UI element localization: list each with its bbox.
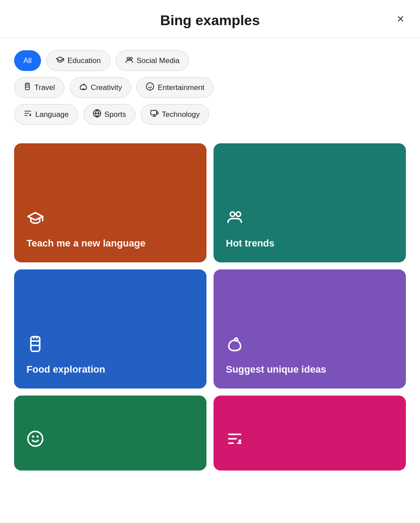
filter-chip-education[interactable]: Education	[46, 50, 110, 71]
card-suggest-ideas-icon	[226, 335, 394, 355]
filter-chip-language[interactable]: Language	[14, 104, 78, 125]
technology-icon	[150, 109, 159, 120]
language-icon	[23, 109, 32, 120]
modal-header: Bing examples ×	[0, 0, 420, 38]
filter-label-social-media: Social Media	[137, 56, 180, 65]
modal-title: Bing examples	[160, 12, 260, 29]
card-teach-language-icon	[26, 209, 194, 229]
svg-rect-9	[157, 112, 158, 114]
filter-label-entertainment: Entertainment	[158, 83, 204, 92]
card-suggest-ideas[interactable]: Suggest unique ideas	[214, 269, 406, 389]
filter-row-1: All Education	[14, 50, 406, 71]
svg-point-10	[230, 212, 235, 217]
card-teach-language[interactable]: Teach me a new language	[14, 143, 206, 262]
card-food-exploration-icon	[26, 335, 194, 355]
filter-label-creativity: Creativity	[91, 83, 122, 92]
filter-section: All Education	[0, 38, 420, 140]
modal-container: Bing examples × All Education	[0, 0, 420, 485]
filter-chip-creativity[interactable]: Creativity	[70, 77, 131, 98]
svg-point-4	[146, 83, 154, 90]
card-green-icon	[26, 430, 194, 450]
entertainment-icon	[146, 82, 154, 93]
svg-rect-2	[26, 83, 30, 90]
card-pink-partial[interactable]	[214, 396, 406, 471]
filter-chip-travel[interactable]: Travel	[14, 77, 64, 98]
card-food-exploration[interactable]: Food exploration	[14, 269, 206, 389]
travel-icon	[23, 82, 31, 93]
svg-point-11	[236, 212, 240, 217]
card-hot-trends[interactable]: Hot trends	[214, 143, 406, 262]
filter-chip-entertainment[interactable]: Entertainment	[136, 77, 214, 98]
education-icon	[56, 55, 64, 66]
svg-rect-8	[150, 110, 156, 115]
filter-row-3: Language Sports	[14, 104, 406, 125]
svg-rect-12	[31, 337, 40, 351]
svg-point-1	[130, 57, 132, 60]
filter-label-language: Language	[35, 110, 69, 119]
svg-point-14	[28, 431, 42, 446]
card-teach-language-title: Teach me a new language	[26, 237, 194, 250]
filter-label-education: Education	[68, 56, 101, 65]
filter-label-all: All	[23, 56, 32, 65]
filter-chip-technology[interactable]: Technology	[141, 104, 209, 125]
filter-chip-all[interactable]: All	[14, 50, 41, 71]
filter-label-technology: Technology	[162, 110, 200, 119]
creativity-icon	[79, 82, 88, 93]
sports-icon	[93, 109, 101, 120]
filter-chip-sports[interactable]: Sports	[83, 104, 135, 125]
filter-row-2: Travel Creativity	[14, 77, 406, 98]
card-hot-trends-icon	[226, 209, 394, 229]
card-suggest-ideas-title: Suggest unique ideas	[226, 363, 394, 376]
filter-chip-social-media[interactable]: Social Media	[116, 50, 189, 71]
social-media-icon	[125, 55, 134, 66]
svg-point-0	[127, 57, 129, 60]
cards-grid: Teach me a new language Hot trends Fo	[0, 140, 420, 485]
filter-label-sports: Sports	[105, 110, 126, 119]
card-food-exploration-title: Food exploration	[26, 363, 194, 376]
card-hot-trends-title: Hot trends	[226, 237, 394, 250]
close-button[interactable]: ×	[395, 11, 406, 27]
card-green-partial[interactable]	[14, 396, 206, 471]
filter-label-travel: Travel	[34, 83, 55, 92]
card-pink-icon	[226, 430, 394, 450]
